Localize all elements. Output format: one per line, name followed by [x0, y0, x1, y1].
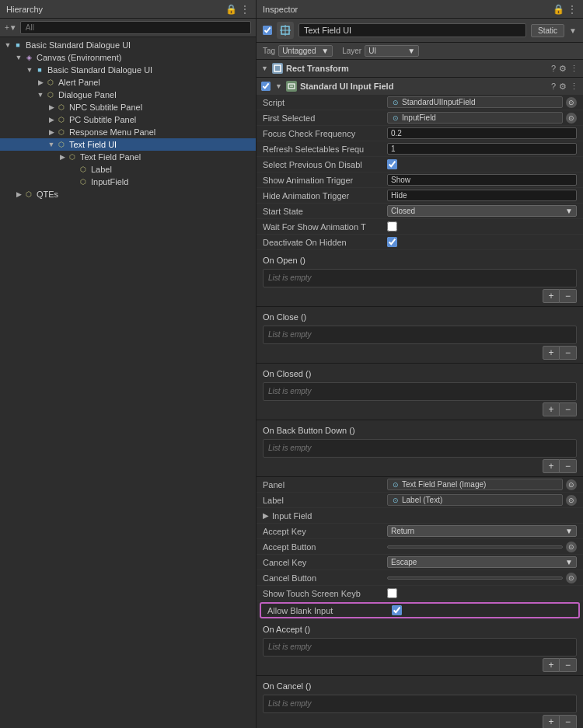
- refresh-selectables-input[interactable]: [387, 143, 577, 155]
- hierarchy-search-input[interactable]: [20, 21, 251, 34]
- first-selected-value[interactable]: ⊙ InputField: [387, 112, 563, 124]
- on-back-button-section: On Back Button Down () List is empty + −: [257, 420, 583, 477]
- label-field-circle-btn[interactable]: ⊙: [566, 495, 577, 506]
- arrow-dialogue: ▼: [36, 91, 45, 99]
- on-back-title: On Back Button Down (): [263, 423, 577, 437]
- on-cancel-remove-btn[interactable]: −: [560, 715, 577, 728]
- on-accept-remove-btn[interactable]: −: [560, 658, 577, 672]
- on-open-remove-btn[interactable]: −: [560, 289, 577, 303]
- arrow-tfp: ▶: [58, 153, 67, 161]
- cube-icon: ■: [12, 40, 23, 51]
- on-cancel-buttons: + −: [263, 715, 577, 728]
- prop-show-touch: Show Touch Screen Keyb: [257, 586, 583, 601]
- label-field-value-text: Label (Text): [402, 496, 442, 504]
- tree-item-text-field-ui[interactable]: ▼ ⬡ Text Field UI: [0, 138, 256, 151]
- hide-anim-input[interactable]: [387, 190, 577, 201]
- on-close-buttons: + −: [263, 346, 577, 360]
- overflow-icon[interactable]: ⋮: [570, 64, 578, 74]
- panel-circle-btn[interactable]: ⊙: [566, 479, 577, 490]
- show-touch-checkbox[interactable]: [387, 588, 397, 598]
- cancel-key-dropdown[interactable]: Escape ▼: [387, 556, 577, 568]
- on-closed-add-btn[interactable]: +: [543, 402, 560, 416]
- obj-icon: ⬡: [56, 114, 67, 125]
- rect-transform-header[interactable]: ▼ Rect Transform ? ⚙ ⋮: [257, 60, 583, 77]
- help-icon[interactable]: ?: [551, 64, 556, 73]
- on-back-remove-btn[interactable]: −: [560, 459, 577, 473]
- on-accept-section: On Accept () List is empty + −: [257, 619, 583, 676]
- on-closed-remove-btn[interactable]: −: [560, 402, 577, 416]
- prop-panel: Panel ⊙ Text Field Panel (Image) ⊙: [257, 477, 583, 493]
- prop-start-state: Start State Closed ▼: [257, 204, 583, 219]
- menu-icon[interactable]: ⋮: [567, 4, 577, 15]
- first-selected-circle-btn[interactable]: ⊙: [566, 113, 577, 124]
- tree-item-qtes[interactable]: ▶ ⬡ QTEs: [0, 188, 256, 200]
- focus-check-input[interactable]: [387, 127, 577, 139]
- script-circle-btn[interactable]: ⊙: [566, 97, 577, 108]
- tree-item-pc-subtitle[interactable]: ▶ ⬡ PC Subtitle Panel: [0, 113, 256, 126]
- on-open-add-btn[interactable]: +: [543, 289, 560, 303]
- tag-dropdown[interactable]: Untagged ▼: [278, 45, 333, 57]
- on-cancel-add-btn[interactable]: +: [543, 715, 560, 728]
- on-cancel-list: List is empty: [263, 695, 577, 713]
- static-button[interactable]: Static: [531, 24, 564, 37]
- prop-script-value[interactable]: ⊙ StandardUIInputField: [387, 96, 563, 108]
- start-state-label: Start State: [263, 207, 387, 216]
- go-name-input[interactable]: [298, 23, 526, 37]
- settings-icon[interactable]: ⚙: [559, 82, 567, 92]
- standard-ui-input-header[interactable]: ▼ Standard UI Input Field ? ⚙ ⋮: [257, 78, 583, 95]
- help-icon[interactable]: ?: [551, 82, 556, 91]
- static-dropdown-arrow[interactable]: ▼: [569, 26, 577, 35]
- tree-item-dialogue-panel[interactable]: ▼ ⬡ Dialogue Panel: [0, 89, 256, 101]
- prop-label-field: Label ⊙ Label (Text) ⊙: [257, 493, 583, 508]
- settings-icon[interactable]: ⚙: [559, 64, 567, 74]
- tree-label: NPC Subtitle Panel: [69, 103, 142, 112]
- tree-item-text-field-panel[interactable]: ▶ ⬡ Text Field Panel: [0, 151, 256, 163]
- tree-label: Text Field Panel: [80, 152, 141, 162]
- arrow-pc: ▶: [47, 116, 56, 124]
- tree-item-npc-subtitle[interactable]: ▶ ⬡ NPC Subtitle Panel: [0, 101, 256, 113]
- on-accept-add-btn[interactable]: +: [543, 658, 560, 672]
- layer-dropdown[interactable]: UI ▼: [365, 45, 419, 57]
- wait-show-checkbox[interactable]: [387, 221, 397, 232]
- cancel-btn-circle[interactable]: ⊙: [566, 573, 577, 583]
- accept-btn-circle[interactable]: ⊙: [566, 542, 577, 552]
- label-field-value[interactable]: ⊙ Label (Text): [387, 494, 563, 506]
- tree-item-canvas[interactable]: ▼ ◈ Canvas (Environment): [0, 51, 256, 64]
- tree-item-inputfield[interactable]: ⬡ InputField: [0, 176, 256, 188]
- allow-blank-checkbox[interactable]: [392, 605, 402, 615]
- lock-icon[interactable]: 🔒: [225, 4, 237, 15]
- tree-item-label[interactable]: ⬡ Label: [0, 163, 256, 176]
- panel-value[interactable]: ⊙ Text Field Panel (Image): [387, 479, 563, 490]
- go-active-checkbox[interactable]: [263, 26, 272, 35]
- obj-icon: ⬡: [23, 189, 34, 200]
- menu-icon[interactable]: ⋮: [240, 4, 250, 15]
- cancel-button-value[interactable]: [387, 576, 563, 580]
- on-close-add-btn[interactable]: +: [543, 346, 560, 360]
- on-close-section: On Close () List is empty + −: [257, 307, 583, 364]
- prop-script: Script ⊙ StandardUIInputField ⊙: [257, 95, 583, 110]
- tree-item-basic-standard-2[interactable]: ▼ ■ Basic Standard Dialogue UI: [0, 64, 256, 76]
- go-icon: [277, 22, 294, 39]
- select-previous-checkbox[interactable]: [387, 159, 397, 169]
- on-open-empty: List is empty: [268, 273, 312, 282]
- layer-value: UI: [368, 47, 376, 55]
- overflow-icon[interactable]: ⋮: [570, 82, 578, 92]
- on-back-add-btn[interactable]: +: [543, 459, 560, 473]
- cancel-key-value: Escape: [391, 558, 417, 566]
- hierarchy-search-bar: +▼: [0, 19, 256, 37]
- start-state-dropdown[interactable]: Closed ▼: [387, 205, 577, 217]
- lock-icon[interactable]: 🔒: [553, 4, 564, 15]
- tree-label: Dialogue Panel: [58, 90, 117, 99]
- show-anim-input[interactable]: [387, 174, 577, 186]
- prop-first-selected: First Selected ⊙ InputField ⊙: [257, 110, 583, 126]
- deactivate-hidden-checkbox[interactable]: [387, 237, 397, 247]
- on-open-section: On Open () List is empty + −: [257, 250, 583, 307]
- tree-item-basic-standard[interactable]: ▼ ■ Basic Standard Dialogue UI: [0, 39, 256, 51]
- component-active-checkbox[interactable]: [261, 82, 271, 91]
- tree-item-response-menu[interactable]: ▶ ⬡ Response Menu Panel: [0, 126, 256, 138]
- accept-key-dropdown[interactable]: Return ▼: [387, 525, 577, 537]
- hierarchy-header: Hierarchy 🔒 ⋮: [0, 0, 256, 19]
- on-close-remove-btn[interactable]: −: [560, 346, 577, 360]
- accept-button-value[interactable]: [387, 545, 563, 549]
- tree-item-alert-panel[interactable]: ▶ ⬡ Alert Panel: [0, 76, 256, 89]
